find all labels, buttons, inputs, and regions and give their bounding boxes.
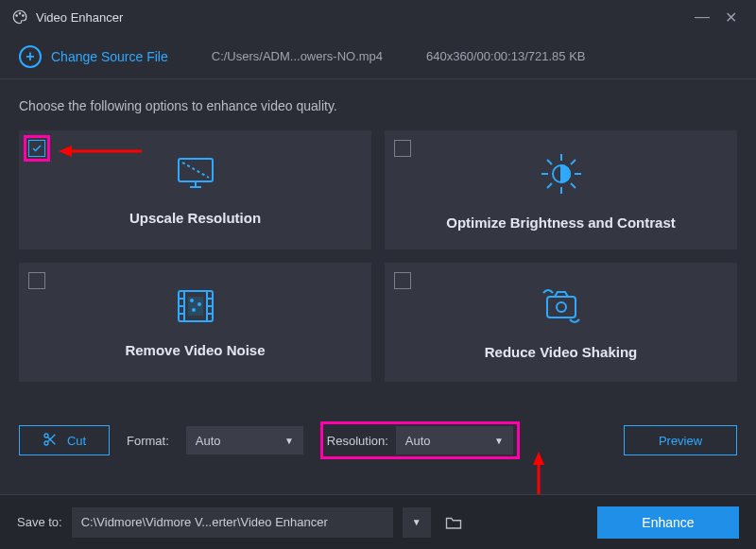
format-select[interactable]: Auto ▼ [186, 426, 303, 455]
card-label: Optimize Brightness and Contrast [446, 214, 676, 231]
save-path-dropdown[interactable]: ▼ [403, 507, 431, 538]
chevron-down-icon: ▼ [494, 436, 504, 446]
svg-point-33 [44, 434, 48, 437]
brightness-icon [538, 150, 585, 201]
save-path-field[interactable]: C:\Vidmore\Vidmore V...erter\Video Enhan… [72, 507, 393, 538]
save-path-value: C:\Vidmore\Vidmore V...erter\Video Enhan… [81, 515, 328, 529]
checkbox-brightness[interactable] [394, 140, 411, 157]
format-label: Format: [127, 434, 169, 448]
preview-label: Preview [659, 434, 702, 448]
cut-label: Cut [67, 434, 86, 448]
format-value: Auto [196, 434, 221, 448]
source-bar: + Change Source File C:/Users/ADM...ower… [0, 34, 756, 79]
scissors-icon [43, 432, 58, 450]
svg-point-28 [191, 300, 193, 301]
svg-line-6 [182, 163, 209, 178]
resolution-value: Auto [405, 434, 431, 448]
annotation-highlight-resolution: Resolution: Auto ▼ [320, 421, 520, 459]
cut-button[interactable]: Cut [19, 425, 110, 455]
plus-circle-icon: + [19, 45, 42, 68]
svg-rect-5 [179, 159, 213, 181]
window-title: Video Enhancer [36, 10, 123, 25]
close-button[interactable]: ✕ [716, 9, 745, 26]
resolution-label: Resolution: [327, 434, 388, 448]
svg-line-15 [571, 183, 576, 188]
svg-line-17 [571, 160, 576, 164]
enhance-button[interactable]: Enhance [597, 506, 739, 539]
source-path: C:/Users/ADM...owers-NO.mp4 [212, 49, 383, 63]
titlebar: Video Enhancer ― ✕ [0, 0, 756, 34]
svg-point-2 [23, 15, 25, 17]
open-folder-button[interactable] [440, 509, 467, 536]
svg-point-30 [193, 309, 195, 311]
checkbox-noise[interactable] [28, 272, 45, 289]
annotation-arrow-icon [59, 142, 144, 161]
preview-button[interactable]: Preview [624, 425, 737, 455]
checkbox-shaking[interactable] [394, 272, 411, 289]
check-icon [31, 143, 43, 154]
footer: Save to: C:\Vidmore\Vidmore V...erter\Vi… [0, 494, 756, 549]
svg-line-14 [547, 160, 552, 164]
minimize-button[interactable]: ― [688, 9, 716, 26]
checkbox-upscale[interactable] [28, 140, 45, 157]
svg-marker-4 [59, 146, 72, 157]
card-label: Reduce Video Shaking [485, 344, 637, 360]
save-to-label: Save to: [17, 515, 62, 529]
palette-icon [11, 9, 28, 26]
change-source-label: Change Source File [51, 49, 168, 64]
enhance-label: Enhance [642, 515, 694, 530]
card-upscale-resolution[interactable]: Upscale Resolution [19, 130, 371, 249]
card-reduce-shaking[interactable]: Reduce Video Shaking [385, 263, 737, 382]
svg-point-0 [16, 15, 18, 17]
instruction-text: Choose the following options to enhance … [0, 79, 756, 123]
card-optimize-brightness[interactable]: Optimize Brightness and Contrast [385, 130, 737, 249]
card-label: Remove Video Noise [125, 342, 265, 358]
svg-rect-31 [547, 297, 576, 317]
svg-point-1 [19, 13, 21, 15]
source-meta: 640x360/00:00:13/721.85 KB [426, 49, 585, 63]
svg-line-16 [547, 183, 552, 188]
chevron-down-icon: ▼ [284, 436, 294, 446]
chevron-down-icon: ▼ [412, 517, 421, 527]
change-source-button[interactable]: + Change Source File [19, 45, 168, 68]
film-noise-icon [175, 287, 216, 329]
monitor-upscale-icon [173, 155, 218, 197]
card-label: Upscale Resolution [129, 210, 261, 226]
option-grid: Upscale Resolution Optimize Brightness a… [0, 123, 756, 382]
camera-shake-icon [536, 285, 587, 331]
svg-point-29 [198, 303, 200, 305]
svg-point-34 [44, 441, 48, 445]
svg-point-32 [557, 302, 566, 312]
card-remove-noise[interactable]: Remove Video Noise [19, 263, 371, 382]
controls-row: Cut Format: Auto ▼ Resolution: Auto ▼ Pr… [0, 421, 756, 459]
resolution-select[interactable]: Auto ▼ [396, 426, 513, 455]
folder-icon [445, 515, 462, 530]
